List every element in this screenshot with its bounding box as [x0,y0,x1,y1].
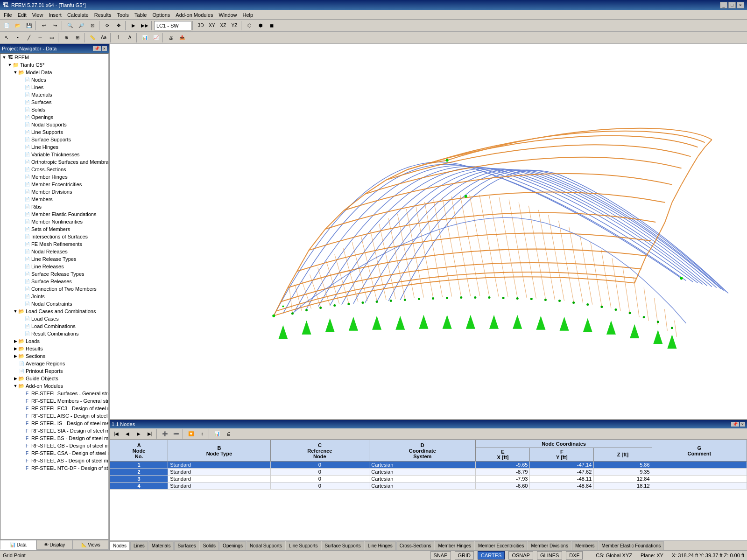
tb-fit[interactable]: ⊡ [87,21,98,31]
tree-item-linereleasetypes[interactable]: 📄Line Release Types [0,255,108,263]
tb-xz[interactable]: XZ [218,21,228,31]
tree-item-nodalsupports[interactable]: 📄Nodal Supports [0,121,108,128]
tree-item-rfsteelsurfaces[interactable]: FRF-STEEL Surfaces - General stress a [0,390,108,397]
expand-icon[interactable]: ▶ [13,346,18,351]
tb2-member[interactable]: ═ [35,33,45,43]
tb2-line[interactable]: ╱ [24,33,34,43]
menu-window[interactable]: Window [216,11,240,19]
tb2-diagrams[interactable]: 📈 [151,33,161,43]
expand-icon[interactable]: ▶ [13,353,18,359]
tree-item-surfacereleases[interactable]: 📄Surface Releases [0,278,108,285]
menu-calculate[interactable]: Calculate [64,11,92,19]
status-snap[interactable]: SNAP [430,551,451,560]
bottom-title-controls[interactable]: 📌 × [731,422,745,427]
tb2-results[interactable]: 📊 [140,33,150,43]
tb-new[interactable]: 📄 [1,21,12,31]
expand-icon[interactable]: ▶ [13,376,18,381]
bottom-tab-members[interactable]: Members [572,541,598,550]
bottom-pin[interactable]: 📌 [731,422,739,427]
menu-insert[interactable]: Insert [46,11,64,19]
table-row[interactable]: 1 Standard 0 Cartesian -9.65 -47.14 5.86 [110,462,747,469]
tree-item-ribs[interactable]: 📄Ribs [0,203,108,210]
tree-item-results[interactable]: ▶📂Results [0,345,108,352]
bottom-tab-nodes[interactable]: Nodes [110,541,130,550]
tree-item-rfsteelmembers[interactable]: FRF-STEEL Members - General stress a [0,397,108,405]
tbl-filter[interactable]: 🔽 [186,429,196,439]
table-row[interactable]: 2 Standard 0 Cartesian -8.79 -47.62 9.35 [110,469,747,476]
col-header-a[interactable]: ANodeNo. [110,440,168,462]
tree-item-members[interactable]: 📄Members [0,196,108,203]
tree-item-materials[interactable]: 📄Materials [0,91,108,98]
tb-zoom-in[interactable]: 🔍 [65,21,75,31]
table-row[interactable]: 4 Standard 0 Cartesian -6.60 -48.84 18.1… [110,483,747,490]
tree-item-rfsteelntcdf[interactable]: FRF-STEEL NTC-DF - Design of steel m [0,464,108,472]
col-header-comment[interactable]: GComment [652,440,747,462]
bottom-tab-materials[interactable]: Materials [148,541,174,550]
tbl-next[interactable]: ▶ [134,429,144,439]
menu-file[interactable]: File [1,11,15,19]
tree-item-nodes[interactable]: 📄Nodes [0,76,108,84]
minimize-button[interactable]: _ [720,2,727,8]
tree-item-memberelastic[interactable]: 📄Member Elastic Foundations [0,210,108,218]
close-button[interactable]: × [737,2,744,8]
col-header-y[interactable]: FY [ft] [530,448,594,462]
menu-options[interactable]: Options [149,11,173,19]
tree-item-membereccentricities[interactable]: 📄Member Eccentricities [0,181,108,188]
tree-item-crosssections[interactable]: 📄Cross-Sections [0,166,108,173]
tb2-print[interactable]: 🖨 [166,33,176,43]
viewport[interactable] [110,44,747,419]
tree-item-femesh[interactable]: 📄FE Mesh Refinements [0,240,108,248]
tree-item-variablethicknesses[interactable]: 📄Variable Thicknesses [0,151,108,158]
tree-item-rfsteelcsa[interactable]: FRF-STEEL CSA - Design of steel mem [0,449,108,457]
bottom-tab-member-elastic-foundations[interactable]: Member Elastic Foundations [599,541,664,550]
window-controls[interactable]: _ □ × [720,2,744,8]
tree-item-linereleases[interactable]: 📄Line Releases [0,263,108,270]
tb-save[interactable]: 💾 [24,21,34,31]
tbl-excel[interactable]: 📊 [212,429,222,439]
tree-item-orthotropic[interactable]: 📄Orthotropic Surfaces and Membrane [0,158,108,166]
status-grid[interactable]: GRID [455,551,474,560]
tree-item-membernonlin[interactable]: 📄Member Nonlinearities [0,218,108,225]
tb-zoom-out[interactable]: 🔎 [76,21,86,31]
expand-icon[interactable]: ▼ [1,55,7,60]
tb-yz[interactable]: YZ [229,21,240,31]
tree-item-lines[interactable]: 📄Lines [0,84,108,91]
bottom-tab-line-supports[interactable]: Line Supports [286,541,321,550]
tab-views[interactable]: 📐 Views [72,540,109,550]
expand-icon[interactable]: ▶ [13,338,18,344]
tree-item-nodalreleases[interactable]: 📄Nodal Releases [0,248,108,255]
bottom-tab-member-divisions[interactable]: Member Divisions [528,541,571,550]
bottom-tab-member-hinges[interactable]: Member Hinges [435,541,474,550]
tb2-surface[interactable]: ▭ [46,33,56,43]
tbl-first[interactable]: |◀ [111,429,121,439]
expand-icon[interactable]: ▼ [7,62,13,68]
tree-item-surfacereleasetypes[interactable]: 📄Surface Release Types [0,270,108,278]
tree-item-rfsteelaisc[interactable]: FRF-STEEL AISC - Design of steel mem [0,412,108,420]
bottom-close[interactable]: × [740,422,745,427]
tree-item-guideobjects[interactable]: ▶📂Guide Objects [0,375,108,382]
tb2-select[interactable]: ↖ [1,33,12,43]
tree-item-solids[interactable]: 📄Solids [0,106,108,113]
tb2-show-labels[interactable]: A [125,33,135,43]
menu-view[interactable]: View [29,11,46,19]
tree-item-connectiontwomembers[interactable]: 📄Connection of Two Members [0,285,108,293]
menu-results[interactable]: Results [92,11,114,19]
tb2-grid[interactable]: ⊞ [72,33,83,43]
menu-help[interactable]: Help [240,11,256,19]
menu-addon[interactable]: Add-on Modules [173,11,216,19]
expand-icon[interactable]: ▼ [13,70,18,75]
status-dxf[interactable]: DXF [566,551,583,560]
tree-item-rfsteelec3[interactable]: FRF-STEEL EC3 - Design of steel mem [0,405,108,412]
bottom-tab-line-hinges[interactable]: Line Hinges [365,541,396,550]
tb2-measure[interactable]: 📏 [87,33,98,43]
bottom-tab-cross-sections[interactable]: Cross-Sections [396,541,435,550]
tb2-node[interactable]: • [13,33,23,43]
tbl-del[interactable]: ➖ [171,429,181,439]
tree-item-loadcombinations[interactable]: 📄Load Combinations [0,322,108,330]
tree-item-loadcasesitem[interactable]: 📄Load Cases [0,315,108,322]
menu-tools[interactable]: Tools [114,11,132,19]
bottom-tab-surface-supports[interactable]: Surface Supports [322,541,364,550]
tree-item-linesupports[interactable]: 📄Line Supports [0,128,108,136]
status-cartes[interactable]: CARTES [478,551,505,560]
tree-item-memberhinges[interactable]: 📄Member Hinges [0,173,108,181]
